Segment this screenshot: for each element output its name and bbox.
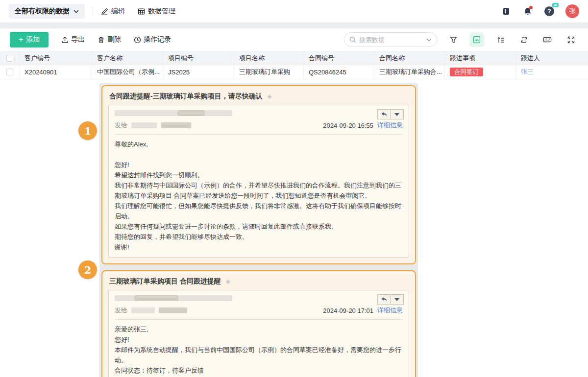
history-label: 操作记录 [144,35,171,44]
email-line [115,149,403,160]
email-line: 尊敬的Alex, [115,139,403,149]
star-icon[interactable]: ★ [267,93,273,100]
email-line: 谢谢! [115,242,403,252]
email-actions [377,294,404,305]
search-input[interactable] [359,36,423,44]
customer-no-cell: X20240901 [20,65,92,79]
trash-icon [98,36,105,44]
email-subject: 合同跟进提醒-三期玻璃订单采购项目，请尽快确认 [109,92,263,101]
email-actions [377,109,404,119]
redacted-sender [115,295,403,301]
pencil-icon [101,8,108,15]
email-cards-panel: 合同跟进提醒-三期玻璃订单采购项目，请尽快确认 ★ 发给 [99,83,418,377]
keyboard-icon[interactable] [540,32,555,47]
redacted-sender [115,110,403,116]
top-bar: 全部有权限的数据 编辑 数据管理 [0,0,588,23]
chevron-down-icon [74,10,79,13]
data-scope-dropdown[interactable]: 全部有权限的数据 [9,4,85,19]
more-dropdown-icon[interactable] [391,294,404,305]
column-header[interactable]: 项目名称 [234,51,304,65]
email-preview: 发给 2024-09-20 16:55 详细信息 尊敬的Alex, 您好! 希望… [108,105,409,258]
fullscreen-icon[interactable] [564,32,578,47]
column-header[interactable]: 客户编号 [20,51,92,65]
email-line: 期待您的回复，并希望我们能够尽快达成一致。 [115,232,403,242]
filter-icon[interactable] [446,32,461,47]
reply-icon[interactable] [377,294,391,305]
redacted-bar [161,122,191,128]
user-avatar[interactable]: 张 [565,4,579,18]
email-datetime: 2024-09-20 16:55 [323,122,373,129]
row-height-icon[interactable] [493,32,508,47]
redacted-bar [131,122,157,128]
topbar-divider [93,7,93,16]
notification-bell-icon[interactable] [522,6,533,17]
export-icon [61,36,69,44]
redacted-bar [115,110,177,116]
email-line: 我们理解您可能很忙，但如果您能尽快提供反馈，我们将非常感激。这将有助于我们确保项… [115,201,403,221]
column-header[interactable]: 合同编号 [304,51,374,65]
column-header[interactable]: 客户名称 [92,51,163,65]
table-grid-icon [138,8,145,15]
email-line: 合同状态：待签订，待客户反馈 [115,365,403,376]
crm-screen: 全部有权限的数据 编辑 数据管理 [0,0,588,377]
contract-no-cell: QS20846245 [304,65,374,79]
follow-person-link[interactable]: 张三 [521,68,534,76]
email-preview: 发给 2024-09-20 17:01 详细信息 亲爱的张三, 您好! 本邮件为… [108,290,409,377]
column-header[interactable]: 跟进事项 [445,51,516,65]
toolbar-right [344,32,578,47]
detail-info-link[interactable]: 详细信息 [377,121,403,130]
help-icon[interactable]: ? AI [544,6,555,17]
card-preview-toggle-icon[interactable] [469,32,484,47]
follow-item-badge: 合同签订 [450,68,483,77]
select-all-checkbox[interactable] [6,55,13,62]
redacted-bar [131,307,155,313]
email-line: 我们非常期待与中国国际公司（示例）的合作，并希望尽快推进我们的合作流程。我们注意… [115,180,403,201]
history-button[interactable]: 操作记录 [134,35,171,44]
notification-dot [529,6,533,9]
column-header[interactable]: 跟进人 [516,51,588,65]
more-dropdown-icon[interactable] [391,109,404,119]
search-chevron-icon[interactable] [426,38,432,42]
plus-icon: + [19,35,23,44]
search-box [344,32,437,47]
table-row[interactable]: X20240901 中国国际公司（示例... JS2025 三期玻璃订单采购 Q… [0,65,588,79]
clock-icon [134,36,141,44]
email-subject: 三期玻璃订单采购项目 合同跟进提醒 [109,277,221,286]
email-body: 尊敬的Alex, 您好! 希望这封邮件找到您一切顺利。 我们非常期待与中国国际公… [115,135,403,252]
redacted-bar [178,295,232,301]
separator-band [0,23,588,28]
customer-name-cell: 中国国际公司（示例... [92,65,163,79]
export-button[interactable]: 导出 [61,35,85,44]
email-line: 亲爱的张三, [115,324,403,334]
data-manage-label: 数据管理 [148,7,175,16]
add-button[interactable]: + 添加 [10,32,49,47]
project-name-cell: 三期玻璃订单采购 [234,65,304,79]
star-icon[interactable]: ★ [225,278,231,285]
email-datetime: 2024-09-20 17:01 [323,307,373,314]
redacted-bar [134,295,178,301]
search-icon [349,36,356,43]
email-line: 如果您有任何疑问或需要进一步讨论的条款，请随时回复此邮件或直接联系我。 [115,221,403,232]
annotation-number-2: 2 [78,260,97,279]
export-label: 导出 [71,35,85,44]
to-label: 发给 [115,306,127,315]
edit-label: 编辑 [111,7,125,16]
delete-button[interactable]: 删除 [98,35,121,44]
redacted-bar [177,110,205,116]
contract-name-cell: 三期玻璃订单采购合... [374,65,445,79]
detail-info-link[interactable]: 详细信息 [377,306,403,315]
ai-badge: AI [552,3,559,7]
data-manage-button[interactable]: 数据管理 [138,7,175,16]
column-header[interactable]: 合同名称 [374,51,445,65]
to-label: 发给 [115,121,127,130]
address-book-icon[interactable] [501,6,512,17]
email-card-1: 合同跟进提醒-三期玻璃订单采购项目，请尽快确认 ★ 发给 [101,85,416,264]
email-body: 亲爱的张三, 您好! 本邮件为系统自动提醒，我们与当前中国国际公司（示例）的合同… [115,320,403,377]
annotation-number-1: 1 [78,121,97,140]
refresh-icon[interactable] [516,32,531,47]
edit-button[interactable]: 编辑 [101,7,125,16]
reply-icon[interactable] [377,109,391,119]
column-header[interactable]: 项目编号 [163,51,234,65]
row-checkbox[interactable] [6,69,13,75]
project-no-cell: JS2025 [163,65,234,79]
